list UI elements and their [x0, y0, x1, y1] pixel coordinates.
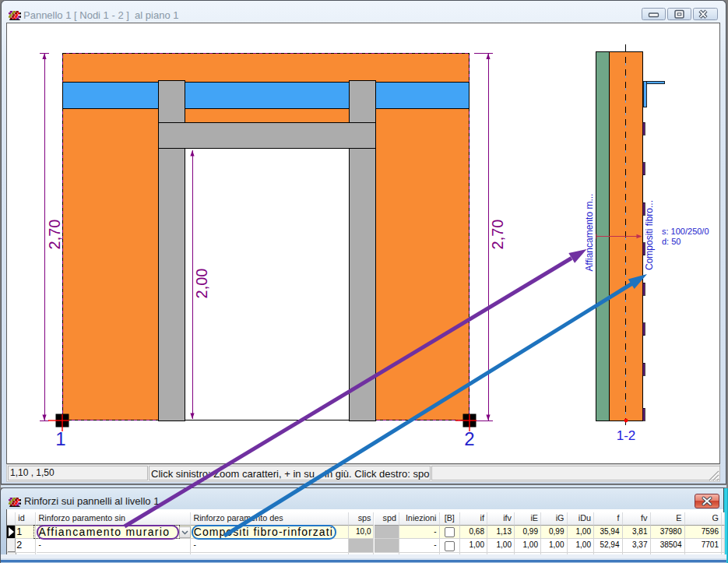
svg-text:1-2: 1-2 — [617, 428, 636, 443]
svg-text:2: 2 — [464, 428, 474, 449]
svg-text:Affiancamento m...: Affiancamento m... — [584, 194, 595, 272]
svg-text:1: 1 — [55, 428, 65, 449]
svg-text:2,70: 2,70 — [46, 220, 63, 250]
svg-text:2,00: 2,00 — [193, 269, 210, 299]
svg-text:d: 50: d: 50 — [662, 237, 681, 246]
svg-text:s: 100/250/0: s: 100/250/0 — [662, 227, 709, 236]
svg-text:Compositi fibro...: Compositi fibro... — [644, 200, 655, 270]
svg-text:2,70: 2,70 — [489, 220, 506, 250]
